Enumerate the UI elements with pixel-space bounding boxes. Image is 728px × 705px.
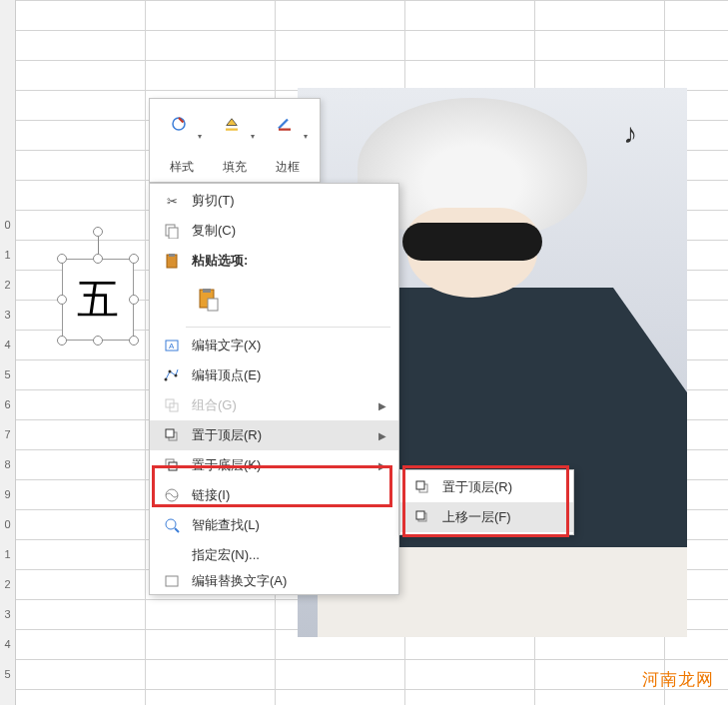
chevron-down-icon: ▾ [251, 132, 255, 141]
svg-rect-20 [169, 462, 177, 470]
svg-rect-6 [169, 254, 175, 257]
border-label: 边框 [276, 159, 300, 176]
menu-assign-macro-label: 指定宏(N)... [186, 546, 390, 564]
svg-point-14 [175, 374, 178, 377]
group-icon [158, 397, 186, 413]
fill-button[interactable]: ▾ 填充 [211, 105, 260, 178]
link-icon [158, 487, 186, 503]
mini-toolbar: ▾ 样式 ▾ 填充 ▾ 边框 [149, 98, 321, 183]
menu-bring-front-label: 置于顶层(R) [186, 426, 378, 444]
chevron-right-icon: ▶ [378, 460, 390, 471]
svg-rect-25 [416, 481, 424, 489]
fill-label: 填充 [223, 159, 247, 176]
menu-edit-alt-text[interactable]: 编辑替换文字(A) [150, 570, 398, 592]
row-num[interactable]: 6 [0, 389, 15, 419]
chevron-right-icon: ▶ [378, 400, 390, 411]
svg-text:A: A [169, 342, 175, 351]
watermark: 河南龙网 [642, 668, 714, 691]
menu-bring-front[interactable]: 置于顶层(R) ▶ [150, 420, 398, 450]
smart-lookup-icon [158, 517, 186, 533]
music-note-icon: ♪ [623, 118, 637, 150]
row-num[interactable]: 0 [0, 210, 15, 240]
menu-edit-text[interactable]: A 编辑文字(X) [150, 331, 398, 360]
menu-copy-label: 复制(C) [186, 222, 390, 240]
row-num[interactable]: 2 [0, 569, 15, 599]
edit-points-icon [158, 367, 186, 383]
row-num[interactable]: 9 [0, 479, 15, 509]
style-icon [162, 107, 196, 141]
row-num[interactable]: 3 [0, 599, 15, 629]
resize-handle-br[interactable] [129, 336, 139, 346]
row-num[interactable]: 3 [0, 300, 15, 330]
menu-smart-lookup-label: 智能查找(L) [186, 516, 390, 534]
row-num[interactable]: 4 [0, 330, 15, 359]
svg-rect-4 [169, 228, 178, 239]
row-num[interactable]: 1 [0, 240, 15, 270]
row-num[interactable]: 0 [0, 509, 15, 539]
row-num[interactable]: 1 [0, 539, 15, 569]
svg-rect-18 [166, 429, 174, 437]
resize-handle-tr[interactable] [129, 254, 139, 264]
row-number-gutter: 0 1 2 3 4 5 6 7 8 9 0 1 2 3 4 5 [0, 0, 15, 689]
chevron-right-icon: ▶ [378, 430, 390, 441]
border-icon [268, 107, 302, 141]
resize-handle-bm[interactable] [93, 336, 103, 346]
menu-cut[interactable]: ✂ 剪切(T) [150, 186, 398, 216]
row-num[interactable]: 4 [0, 629, 15, 659]
row-num[interactable]: 5 [0, 359, 15, 389]
menu-link[interactable]: 链接(I) [150, 480, 398, 510]
context-menu: ✂ 剪切(T) 复制(C) 粘贴选项: A 编辑文字(X) 编辑顶点(E) [149, 183, 399, 595]
alt-text-icon [158, 573, 186, 589]
submenu-bring-front: 置于顶层(R) 上移一层(F) [399, 469, 574, 535]
svg-rect-8 [203, 289, 211, 293]
menu-send-back[interactable]: 置于底层(K) ▶ [150, 450, 398, 480]
submenu-bring-front-item[interactable]: 置于顶层(R) [400, 472, 573, 502]
menu-paste-options: 粘贴选项: [150, 246, 398, 276]
selected-textbox[interactable]: 五 [54, 251, 142, 349]
menu-assign-macro[interactable]: 指定宏(N)... [150, 540, 398, 570]
row-num[interactable]: 2 [0, 270, 15, 300]
submenu-bring-forward-label: 上移一层(F) [436, 508, 565, 526]
svg-rect-23 [166, 576, 178, 586]
bring-front-icon [408, 479, 436, 495]
paste-options-row [150, 276, 398, 324]
menu-smart-lookup[interactable]: 智能查找(L) [150, 510, 398, 540]
chevron-down-icon: ▾ [304, 132, 308, 141]
chevron-down-icon: ▾ [198, 132, 202, 141]
resize-handle-ml[interactable] [57, 295, 67, 305]
svg-rect-1 [226, 129, 238, 131]
row-num[interactable]: 8 [0, 449, 15, 479]
edit-text-icon: A [158, 338, 186, 353]
submenu-bring-forward[interactable]: 上移一层(F) [400, 502, 573, 532]
svg-rect-2 [279, 129, 291, 131]
resize-handle-tl[interactable] [57, 254, 67, 264]
menu-edit-text-label: 编辑文字(X) [186, 337, 390, 354]
paste-option-1[interactable] [192, 283, 226, 317]
resize-handle-tm[interactable] [93, 254, 103, 264]
rotate-handle[interactable] [93, 227, 103, 237]
menu-edit-points[interactable]: 编辑顶点(E) [150, 360, 398, 390]
svg-rect-27 [416, 511, 424, 519]
submenu-bring-front-label: 置于顶层(R) [436, 478, 565, 496]
menu-link-label: 链接(I) [186, 486, 390, 504]
style-label: 样式 [170, 159, 194, 176]
menu-cut-label: 剪切(T) [186, 192, 390, 210]
svg-point-22 [166, 519, 176, 529]
row-num[interactable]: 7 [0, 419, 15, 449]
row-num[interactable]: 5 [0, 659, 15, 689]
paste-icon [158, 253, 186, 269]
style-button[interactable]: ▾ 样式 [158, 105, 207, 178]
svg-rect-9 [208, 299, 218, 311]
border-button[interactable]: ▾ 边框 [263, 105, 312, 178]
resize-handle-mr[interactable] [129, 295, 139, 305]
menu-copy[interactable]: 复制(C) [150, 216, 398, 246]
textbox-content[interactable]: 五 [62, 259, 134, 341]
menu-edit-alt-text-label: 编辑替换文字(A) [186, 572, 390, 590]
menu-group-label: 组合(G) [186, 396, 378, 414]
copy-icon [158, 223, 186, 239]
svg-point-13 [169, 370, 172, 373]
send-back-icon [158, 457, 186, 473]
menu-paste-options-label: 粘贴选项: [186, 252, 390, 270]
resize-handle-bl[interactable] [57, 336, 67, 346]
menu-group: 组合(G) ▶ [150, 390, 398, 420]
